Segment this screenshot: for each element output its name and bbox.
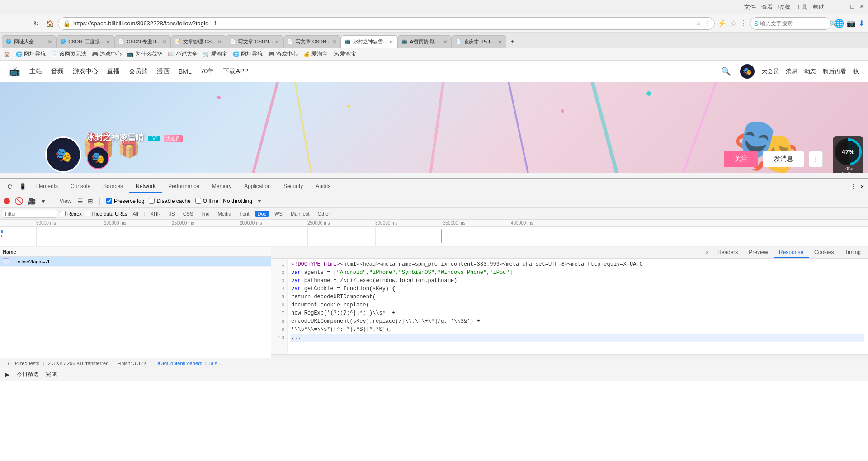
nav-message[interactable]: 消息 <box>786 67 797 75</box>
tab-wenzhang[interactable]: 📝 文章管理-CS... ✕ <box>171 35 226 48</box>
tab-cookies[interactable]: Cookies <box>809 247 839 258</box>
screenshot-icon[interactable]: 📷 <box>847 19 856 28</box>
bookmark-game1[interactable]: 🎮 游戏中心 <box>92 50 122 58</box>
tab-close[interactable]: ✕ <box>389 39 393 45</box>
filter-manifest[interactable]: Manifest <box>288 211 312 217</box>
filter-font[interactable]: Font <box>237 211 252 217</box>
file-menu[interactable]: 文件 <box>744 3 756 11</box>
follow-button[interactable]: 关注 <box>724 151 758 167</box>
help-menu[interactable]: 帮助 <box>813 3 825 11</box>
tab-cuiqingcai[interactable]: 📄 崔庆才_Pyth... ✕ <box>452 35 506 48</box>
tab-close[interactable]: ✕ <box>275 39 279 45</box>
message-button[interactable]: 发消息 <box>763 151 804 167</box>
bookmark-game2[interactable]: 🎮 游戏中心 <box>268 50 298 58</box>
tab-security[interactable]: Security <box>277 180 309 193</box>
tab-network[interactable]: Network <box>129 180 162 193</box>
bookmark-wangzhi2[interactable]: 🌐 网址导航 <box>233 50 263 58</box>
filter-button[interactable]: ▼ <box>40 198 47 205</box>
window-maximize[interactable]: □ <box>850 3 854 11</box>
bookmark-home[interactable]: 🏠 <box>4 51 10 57</box>
nav-davip[interactable]: 大会员 <box>761 67 779 75</box>
bilibili-logo[interactable]: 📺 <box>9 66 20 77</box>
tab-application[interactable]: Application <box>238 180 277 193</box>
bookmark-huawei[interactable]: 📺 为什么我华 <box>127 50 162 58</box>
tab-headers[interactable]: Headers <box>712 247 743 258</box>
camera-button[interactable]: 🎥 <box>28 198 36 205</box>
disable-cache-input[interactable] <box>149 198 155 204</box>
tab-bilibili-active[interactable]: 📺 冰封之神凌雪... ✕ <box>341 35 397 48</box>
filter-input[interactable] <box>3 210 57 218</box>
hide-data-urls-input[interactable] <box>85 211 90 216</box>
devtools-more-icon[interactable]: ⋮ <box>851 183 856 190</box>
user-profile-avatar[interactable]: 🎭 <box>45 136 81 173</box>
nav-bml[interactable]: BML <box>179 68 192 75</box>
bookmark-taobao2[interactable]: 💰 爱淘宝 <box>303 50 328 58</box>
filter-xhr[interactable]: XHR <box>148 211 164 217</box>
disable-cache-checkbox[interactable]: Disable cache <box>149 198 190 204</box>
tab-csdn1[interactable]: 🌐 CSDN_百度搜... ✕ <box>56 35 114 48</box>
search-input[interactable] <box>760 20 828 27</box>
nav-zhibo[interactable]: 直播 <box>107 67 120 75</box>
offline-checkbox[interactable]: Offline <box>195 198 218 204</box>
dom-loaded-time[interactable]: DOMContentLoaded: 1.19 s ... <box>155 361 222 366</box>
tab-console[interactable]: Console <box>64 180 97 193</box>
tab-memory[interactable]: Memory <box>206 180 238 193</box>
regex-checkbox[interactable]: Regex <box>60 211 82 216</box>
filter-css[interactable]: CSS <box>180 211 196 217</box>
tab-close[interactable]: ✕ <box>332 39 337 45</box>
tab-timing[interactable]: Timing <box>839 247 866 258</box>
search-icon[interactable]: 🔍 <box>721 66 731 76</box>
record-button[interactable] <box>4 198 10 204</box>
new-tab-button[interactable]: + <box>506 35 519 48</box>
nav-zhu[interactable]: 主站 <box>29 67 42 75</box>
hide-data-urls-checkbox[interactable]: Hide data URLs <box>85 211 127 216</box>
bookmark-wangye[interactable]: 📄 该网页无法 <box>51 50 86 58</box>
translate-icon[interactable]: 🌐 <box>834 19 844 28</box>
user-avatar[interactable]: 🎭 <box>740 64 755 79</box>
tab-preview[interactable]: Preview <box>743 247 774 258</box>
nav-member[interactable]: 会员购 <box>129 67 148 75</box>
nav-shou[interactable]: 收 <box>853 67 859 75</box>
tab-audits[interactable]: Audits <box>309 180 337 193</box>
filter-doc[interactable]: Doc <box>255 211 269 217</box>
bookmark-taobao3[interactable]: 🛍 爱淘宝 <box>333 50 356 58</box>
regex-input[interactable] <box>60 211 66 216</box>
filter-all[interactable]: All <box>130 211 141 217</box>
bookmark-wangzhi[interactable]: 🌐 网址导航 <box>16 50 46 58</box>
tab-response[interactable]: Response <box>774 247 809 258</box>
filter-ws[interactable]: WS <box>272 211 285 217</box>
favorites-menu[interactable]: 收藏 <box>778 3 790 11</box>
devtools-mobile-icon[interactable]: 📱 <box>16 180 29 193</box>
filter-media[interactable]: Media <box>215 211 234 217</box>
search-bar[interactable]: S 🔍 <box>750 17 831 30</box>
preserve-log-input[interactable] <box>106 198 112 204</box>
tab-elements[interactable]: Elements <box>29 180 64 193</box>
nav-download[interactable]: 下载APP <box>223 67 248 75</box>
nav-manga[interactable]: 漫画 <box>157 67 170 75</box>
tab-close[interactable]: ✕ <box>106 39 110 45</box>
play-button[interactable]: ▶ <box>5 372 9 378</box>
star-icon[interactable]: ☆ <box>696 20 701 27</box>
close-request-icon[interactable]: ✕ <box>702 249 712 256</box>
devtools-close-icon[interactable]: ✕ <box>860 183 864 190</box>
star-toolbar-icon[interactable]: ☆ <box>730 19 736 28</box>
clear-button[interactable]: 🚫 <box>14 197 24 205</box>
filter-img[interactable]: Img <box>198 211 212 217</box>
back-button[interactable]: ← <box>4 18 14 29</box>
filter-other[interactable]: Other <box>315 211 333 217</box>
tab-close[interactable]: ✕ <box>443 39 448 45</box>
nav-70[interactable]: 70年 <box>201 67 214 75</box>
tab-yingyuqing[interactable]: 📺 ✿樱雨情·顾... ✕ <box>397 35 452 48</box>
nav-game[interactable]: 游戏中心 <box>73 67 98 75</box>
tab-close[interactable]: ✕ <box>47 39 52 45</box>
horizontal-scrollbar[interactable] <box>271 354 868 358</box>
more-button[interactable]: ⋮ <box>809 151 823 167</box>
tab-close[interactable]: ✕ <box>217 39 222 45</box>
download-icon[interactable]: ⬇ <box>859 19 864 28</box>
view-large-icon[interactable]: ⊞ <box>88 198 93 205</box>
tools-menu[interactable]: 工具 <box>796 3 807 11</box>
filter-js[interactable]: JS <box>166 211 178 217</box>
tab-wangzhidaquan[interactable]: 🌐 网址大全 ✕ <box>2 35 56 48</box>
devtools-inspect-icon[interactable]: ⬡ <box>4 180 16 193</box>
window-close[interactable]: ✕ <box>859 3 864 11</box>
